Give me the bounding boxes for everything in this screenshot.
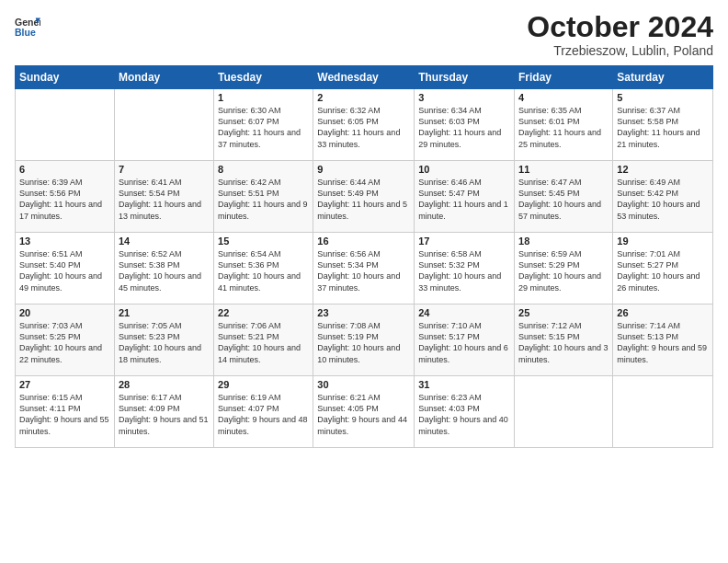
day-info: Sunrise: 6:59 AMSunset: 5:29 PMDaylight:…	[518, 248, 609, 293]
calendar: Sunday Monday Tuesday Wednesday Thursday…	[15, 65, 713, 448]
header-sunday: Sunday	[16, 66, 115, 89]
table-row: 28Sunrise: 6:17 AMSunset: 4:09 PMDayligh…	[114, 376, 213, 448]
table-row	[613, 376, 713, 448]
table-row: 9Sunrise: 6:44 AMSunset: 5:49 PMDaylight…	[313, 161, 415, 233]
header-monday: Monday	[114, 66, 213, 89]
table-row	[16, 89, 115, 161]
table-row: 4Sunrise: 6:35 AMSunset: 6:01 PMDaylight…	[515, 89, 613, 161]
calendar-week-3: 13Sunrise: 6:51 AMSunset: 5:40 PMDayligh…	[16, 233, 713, 304]
day-info: Sunrise: 6:39 AMSunset: 5:56 PMDaylight:…	[19, 177, 110, 222]
day-number: 22	[218, 307, 309, 318]
day-info: Sunrise: 6:23 AMSunset: 4:03 PMDaylight:…	[418, 392, 510, 437]
day-info: Sunrise: 6:17 AMSunset: 4:09 PMDaylight:…	[119, 392, 210, 437]
table-row: 16Sunrise: 6:56 AMSunset: 5:34 PMDayligh…	[313, 233, 415, 304]
table-row: 12Sunrise: 6:49 AMSunset: 5:42 PMDayligh…	[613, 161, 713, 233]
table-row: 13Sunrise: 6:51 AMSunset: 5:40 PMDayligh…	[16, 233, 115, 304]
day-number: 31	[418, 379, 510, 390]
day-number: 26	[617, 307, 709, 318]
table-row: 23Sunrise: 7:08 AMSunset: 5:19 PMDayligh…	[313, 304, 415, 376]
day-info: Sunrise: 7:14 AMSunset: 5:13 PMDaylight:…	[617, 320, 709, 365]
table-row	[114, 89, 213, 161]
day-info: Sunrise: 6:44 AMSunset: 5:49 PMDaylight:…	[317, 177, 410, 222]
header-saturday: Saturday	[613, 66, 713, 89]
day-info: Sunrise: 6:58 AMSunset: 5:32 PMDaylight:…	[418, 248, 510, 293]
day-number: 13	[19, 236, 110, 247]
day-number: 8	[218, 164, 309, 175]
day-number: 4	[518, 92, 609, 103]
logo: General Blue	[15, 15, 40, 40]
table-row: 10Sunrise: 6:46 AMSunset: 5:47 PMDayligh…	[415, 161, 515, 233]
calendar-header-row: Sunday Monday Tuesday Wednesday Thursday…	[16, 66, 713, 89]
day-number: 16	[317, 236, 410, 247]
header-thursday: Thursday	[415, 66, 515, 89]
day-info: Sunrise: 6:51 AMSunset: 5:40 PMDaylight:…	[19, 248, 110, 293]
day-info: Sunrise: 7:10 AMSunset: 5:17 PMDaylight:…	[418, 320, 510, 365]
day-number: 23	[317, 307, 410, 318]
calendar-week-4: 20Sunrise: 7:03 AMSunset: 5:25 PMDayligh…	[16, 304, 713, 376]
day-info: Sunrise: 6:42 AMSunset: 5:51 PMDaylight:…	[218, 177, 309, 222]
location: Trzebieszow, Lublin, Poland	[527, 43, 713, 58]
day-number: 6	[19, 164, 110, 175]
day-number: 17	[418, 236, 510, 247]
day-number: 5	[617, 92, 709, 103]
table-row: 21Sunrise: 7:05 AMSunset: 5:23 PMDayligh…	[114, 304, 213, 376]
day-info: Sunrise: 7:08 AMSunset: 5:19 PMDaylight:…	[317, 320, 410, 365]
day-number: 19	[617, 236, 709, 247]
day-number: 9	[317, 164, 410, 175]
logo-icon: General Blue	[15, 15, 40, 40]
day-number: 20	[19, 307, 110, 318]
header-friday: Friday	[515, 66, 613, 89]
table-row: 24Sunrise: 7:10 AMSunset: 5:17 PMDayligh…	[415, 304, 515, 376]
day-info: Sunrise: 6:47 AMSunset: 5:45 PMDaylight:…	[518, 177, 609, 222]
day-info: Sunrise: 6:56 AMSunset: 5:34 PMDaylight:…	[317, 248, 410, 293]
day-info: Sunrise: 6:35 AMSunset: 6:01 PMDaylight:…	[518, 105, 609, 150]
day-number: 29	[218, 379, 309, 390]
day-number: 12	[617, 164, 709, 175]
day-info: Sunrise: 6:34 AMSunset: 6:03 PMDaylight:…	[418, 105, 510, 150]
day-number: 7	[119, 164, 210, 175]
day-info: Sunrise: 7:05 AMSunset: 5:23 PMDaylight:…	[119, 320, 210, 365]
day-info: Sunrise: 7:03 AMSunset: 5:25 PMDaylight:…	[19, 320, 110, 365]
day-info: Sunrise: 6:37 AMSunset: 5:58 PMDaylight:…	[617, 105, 709, 150]
table-row: 22Sunrise: 7:06 AMSunset: 5:21 PMDayligh…	[214, 304, 313, 376]
calendar-week-5: 27Sunrise: 6:15 AMSunset: 4:11 PMDayligh…	[16, 376, 713, 448]
day-number: 10	[418, 164, 510, 175]
table-row: 5Sunrise: 6:37 AMSunset: 5:58 PMDaylight…	[613, 89, 713, 161]
table-row: 30Sunrise: 6:21 AMSunset: 4:05 PMDayligh…	[313, 376, 415, 448]
day-number: 27	[19, 379, 110, 390]
day-number: 28	[119, 379, 210, 390]
table-row: 7Sunrise: 6:41 AMSunset: 5:54 PMDaylight…	[114, 161, 213, 233]
day-number: 2	[317, 92, 410, 103]
table-row: 18Sunrise: 6:59 AMSunset: 5:29 PMDayligh…	[515, 233, 613, 304]
calendar-week-1: 1Sunrise: 6:30 AMSunset: 6:07 PMDaylight…	[16, 89, 713, 161]
table-row	[515, 376, 613, 448]
table-row: 3Sunrise: 6:34 AMSunset: 6:03 PMDaylight…	[415, 89, 515, 161]
day-number: 1	[218, 92, 309, 103]
table-row: 14Sunrise: 6:52 AMSunset: 5:38 PMDayligh…	[114, 233, 213, 304]
table-row: 26Sunrise: 7:14 AMSunset: 5:13 PMDayligh…	[613, 304, 713, 376]
header-wednesday: Wednesday	[313, 66, 415, 89]
title-block: October 2024 Trzebieszow, Lublin, Poland	[527, 11, 713, 58]
month-title: October 2024	[527, 11, 713, 43]
day-info: Sunrise: 6:30 AMSunset: 6:07 PMDaylight:…	[218, 105, 309, 150]
day-info: Sunrise: 6:54 AMSunset: 5:36 PMDaylight:…	[218, 248, 309, 293]
day-number: 15	[218, 236, 309, 247]
header: General Blue October 2024 Trzebieszow, L…	[15, 11, 713, 58]
day-number: 3	[418, 92, 510, 103]
day-info: Sunrise: 6:52 AMSunset: 5:38 PMDaylight:…	[119, 248, 210, 293]
day-info: Sunrise: 7:12 AMSunset: 5:15 PMDaylight:…	[518, 320, 609, 365]
day-info: Sunrise: 6:46 AMSunset: 5:47 PMDaylight:…	[418, 177, 510, 222]
calendar-week-2: 6Sunrise: 6:39 AMSunset: 5:56 PMDaylight…	[16, 161, 713, 233]
day-info: Sunrise: 7:06 AMSunset: 5:21 PMDaylight:…	[218, 320, 309, 365]
day-number: 14	[119, 236, 210, 247]
table-row: 8Sunrise: 6:42 AMSunset: 5:51 PMDaylight…	[214, 161, 313, 233]
table-row: 2Sunrise: 6:32 AMSunset: 6:05 PMDaylight…	[313, 89, 415, 161]
day-info: Sunrise: 6:32 AMSunset: 6:05 PMDaylight:…	[317, 105, 410, 150]
day-info: Sunrise: 7:01 AMSunset: 5:27 PMDaylight:…	[617, 248, 709, 293]
day-number: 11	[518, 164, 609, 175]
table-row: 20Sunrise: 7:03 AMSunset: 5:25 PMDayligh…	[16, 304, 115, 376]
table-row: 15Sunrise: 6:54 AMSunset: 5:36 PMDayligh…	[214, 233, 313, 304]
day-info: Sunrise: 6:15 AMSunset: 4:11 PMDaylight:…	[19, 392, 110, 437]
day-info: Sunrise: 6:49 AMSunset: 5:42 PMDaylight:…	[617, 177, 709, 222]
svg-text:Blue: Blue	[15, 27, 36, 38]
